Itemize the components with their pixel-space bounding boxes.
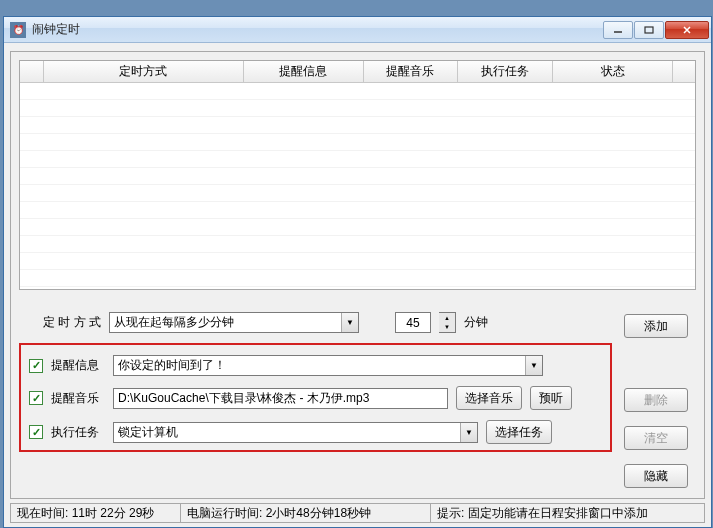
chevron-down-icon[interactable]: ▼ bbox=[525, 356, 542, 375]
task-row: ✓ 执行任务 ▼ 选择任务 bbox=[29, 420, 602, 444]
table-row[interactable] bbox=[20, 219, 695, 236]
status-tip-label: 提示: bbox=[437, 505, 464, 522]
reminder-info-input[interactable] bbox=[114, 356, 525, 375]
reminder-music-input[interactable] bbox=[114, 389, 447, 408]
timing-row: 定时方式 ▼ ▲ ▼ 分钟 bbox=[19, 312, 612, 333]
delete-button[interactable]: 删除 bbox=[624, 388, 688, 412]
table-row[interactable] bbox=[20, 134, 695, 151]
reminder-info-checkbox[interactable]: ✓ bbox=[29, 359, 43, 373]
status-bar: 现在时间: 11时 22分 29秒 电脑运行时间: 2小时48分钟18秒钟 提示… bbox=[10, 503, 705, 523]
timing-label: 定时方式 bbox=[43, 314, 101, 331]
grid-header-mode[interactable]: 定时方式 bbox=[44, 61, 244, 82]
reminder-music-field bbox=[113, 388, 448, 409]
reminder-music-label: 提醒音乐 bbox=[51, 390, 105, 407]
status-now-value: 11时 22分 29秒 bbox=[72, 505, 155, 522]
table-row[interactable] bbox=[20, 185, 695, 202]
table-row[interactable] bbox=[20, 202, 695, 219]
table-row[interactable] bbox=[20, 117, 695, 134]
status-now: 现在时间: 11时 22分 29秒 bbox=[11, 504, 181, 522]
grid-body[interactable] bbox=[20, 83, 695, 288]
schedule-grid[interactable]: 定时方式 提醒信息 提醒音乐 执行任务 状态 bbox=[19, 60, 696, 290]
titlebar[interactable]: ⏰ 闹钟定时 bbox=[4, 17, 711, 43]
status-uptime-label: 电脑运行时间: bbox=[187, 505, 262, 522]
spin-down-button[interactable]: ▼ bbox=[439, 323, 455, 333]
task-combo[interactable]: ▼ bbox=[113, 422, 478, 443]
timing-mode-value[interactable] bbox=[110, 313, 341, 332]
add-button[interactable]: 添加 bbox=[624, 314, 688, 338]
reminder-info-row: ✓ 提醒信息 ▼ bbox=[29, 355, 602, 376]
action-buttons: 添加 删除 清空 隐藏 bbox=[624, 312, 696, 488]
grid-header-status[interactable]: 状态 bbox=[553, 61, 673, 82]
reminder-info-combo[interactable]: ▼ bbox=[113, 355, 543, 376]
table-row[interactable] bbox=[20, 253, 695, 270]
window-controls bbox=[603, 21, 709, 39]
status-tip: 提示: 固定功能请在日程安排窗口中添加 bbox=[431, 504, 704, 522]
preview-music-button[interactable]: 预听 bbox=[530, 386, 572, 410]
grid-header-info[interactable]: 提醒信息 bbox=[244, 61, 364, 82]
table-row[interactable] bbox=[20, 151, 695, 168]
timing-mode-select[interactable]: ▼ bbox=[109, 312, 359, 333]
window-title: 闹钟定时 bbox=[32, 21, 603, 38]
status-uptime-value: 2小时48分钟18秒钟 bbox=[266, 505, 371, 522]
status-tip-value: 固定功能请在日程安排窗口中添加 bbox=[468, 505, 648, 522]
table-row[interactable] bbox=[20, 270, 695, 287]
table-row[interactable] bbox=[20, 100, 695, 117]
choose-music-button[interactable]: 选择音乐 bbox=[456, 386, 522, 410]
grid-header-music[interactable]: 提醒音乐 bbox=[364, 61, 459, 82]
table-row[interactable] bbox=[20, 83, 695, 100]
task-label: 执行任务 bbox=[51, 424, 105, 441]
grid-header: 定时方式 提醒信息 提醒音乐 执行任务 状态 bbox=[20, 61, 695, 83]
grid-header-end[interactable] bbox=[673, 61, 695, 82]
choose-task-button[interactable]: 选择任务 bbox=[486, 420, 552, 444]
chevron-down-icon[interactable]: ▼ bbox=[341, 313, 358, 332]
spin-up-button[interactable]: ▲ bbox=[439, 313, 455, 323]
task-checkbox[interactable]: ✓ bbox=[29, 425, 43, 439]
status-uptime: 电脑运行时间: 2小时48分钟18秒钟 bbox=[181, 504, 431, 522]
app-icon: ⏰ bbox=[10, 22, 26, 38]
chevron-down-icon[interactable]: ▼ bbox=[460, 423, 477, 442]
grid-header-task[interactable]: 执行任务 bbox=[458, 61, 553, 82]
reminder-music-checkbox[interactable]: ✓ bbox=[29, 391, 43, 405]
status-now-label: 现在时间: bbox=[17, 505, 68, 522]
svg-rect-0 bbox=[645, 27, 653, 33]
client-area: 定时方式 提醒信息 提醒音乐 执行任务 状态 bbox=[10, 51, 705, 499]
reminder-info-label: 提醒信息 bbox=[51, 357, 105, 374]
task-input[interactable] bbox=[114, 423, 460, 442]
timing-number-input[interactable] bbox=[395, 312, 431, 333]
hide-button[interactable]: 隐藏 bbox=[624, 464, 688, 488]
main-window: ⏰ 闹钟定时 定时方式 提醒信息 提醒音乐 执行任务 状态 bbox=[3, 16, 712, 528]
timing-unit: 分钟 bbox=[464, 314, 488, 331]
form-left: 定时方式 ▼ ▲ ▼ 分钟 ✓ 提醒信息 bbox=[19, 312, 612, 452]
table-row[interactable] bbox=[20, 236, 695, 253]
form-area: 定时方式 ▼ ▲ ▼ 分钟 ✓ 提醒信息 bbox=[19, 312, 696, 488]
maximize-button[interactable] bbox=[634, 21, 664, 39]
clear-button[interactable]: 清空 bbox=[624, 426, 688, 450]
reminder-music-row: ✓ 提醒音乐 选择音乐 预听 bbox=[29, 386, 602, 410]
grid-header-blank[interactable] bbox=[20, 61, 44, 82]
options-group: ✓ 提醒信息 ▼ ✓ 提醒音乐 选择音乐 bbox=[19, 343, 612, 452]
close-button[interactable] bbox=[665, 21, 709, 39]
timing-spinner: ▲ ▼ bbox=[439, 312, 456, 333]
minimize-button[interactable] bbox=[603, 21, 633, 39]
table-row[interactable] bbox=[20, 168, 695, 185]
